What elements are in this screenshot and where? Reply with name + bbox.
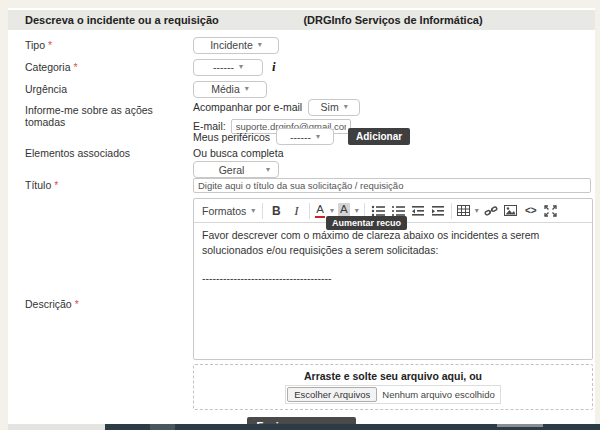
- add-button[interactable]: Adicionar: [348, 128, 410, 145]
- file-dropzone[interactable]: Arraste e solte seu arquivo aqui, ou Esc…: [193, 364, 593, 410]
- description-divider: -------------------------------------: [202, 271, 584, 286]
- row-descricao: Descrição* Formatos ▾ B I A: [8, 198, 595, 410]
- followup-select[interactable]: Sim ▾: [308, 99, 360, 116]
- titulo-label: Título*: [25, 179, 193, 191]
- row-titulo: Título*: [8, 174, 595, 196]
- chevron-down-icon: ▾: [239, 63, 243, 71]
- chevron-down-icon: ▾: [316, 133, 320, 141]
- required-asterisk: *: [48, 39, 52, 51]
- notify-label: Informe-me sobre as ações tomadas: [25, 104, 193, 128]
- full-search-label: Ou busca completa: [193, 147, 593, 159]
- required-asterisk: *: [54, 179, 58, 191]
- insert-link-button[interactable]: [481, 201, 501, 221]
- italic-button[interactable]: I: [286, 201, 306, 221]
- description-text: Favor descrever com o máximo de clareza …: [202, 228, 584, 258]
- decrease-indent-icon: [411, 205, 425, 217]
- bottom-bar-segment: [8, 424, 105, 430]
- chevron-down-icon: ▾: [330, 207, 334, 215]
- table-button[interactable]: ▾: [455, 201, 481, 221]
- row-associated-elements: Elementos associados Meus periféricos --…: [8, 132, 595, 174]
- tipo-selected-value: Incidente: [210, 39, 253, 51]
- file-input[interactable]: Escolher Arquivos Nenhum arquivo escolhi…: [285, 385, 501, 404]
- bottom-bar-segment: [0, 424, 8, 430]
- full-search-select[interactable]: Geral ▾: [193, 161, 279, 178]
- toolbar-separator: [262, 203, 263, 219]
- rich-text-editor: Formatos ▾ B I A ▾ A ▾: [193, 198, 593, 360]
- increase-indent-tooltip: Aumentar recuo: [326, 216, 407, 230]
- row-categoria: Categoria* ------ ▾ i: [8, 56, 595, 78]
- peripherals-select[interactable]: ------ ▾: [276, 128, 334, 145]
- form-header: Descreva o incidente ou a requisição (DR…: [8, 10, 595, 30]
- link-icon: [484, 205, 498, 217]
- followup-selected-value: Sim: [321, 101, 339, 113]
- chevron-down-icon: ▾: [251, 207, 255, 215]
- chevron-down-icon: ▾: [355, 207, 359, 215]
- categoria-selected-value: ------: [213, 61, 234, 73]
- categoria-label: Categoria*: [25, 61, 193, 73]
- image-icon: [504, 205, 517, 216]
- bold-button[interactable]: B: [266, 201, 286, 221]
- required-asterisk: *: [74, 61, 78, 73]
- source-code-button[interactable]: <>: [521, 201, 541, 221]
- full-search-selected-value: Geral: [202, 164, 261, 176]
- form-title: Descreva o incidente ou a requisição: [8, 14, 193, 26]
- required-asterisk: *: [75, 298, 79, 310]
- increase-indent-button[interactable]: [428, 201, 448, 221]
- info-icon[interactable]: i: [272, 59, 276, 75]
- descricao-label: Descrição*: [25, 298, 193, 310]
- no-file-label: Nenhum arquivo escolhido: [382, 389, 498, 400]
- increase-indent-icon: [431, 205, 445, 217]
- toolbar-separator: [309, 203, 310, 219]
- ticket-form-panel: Descreva o incidente ou a requisição (DR…: [8, 8, 595, 424]
- peripherals-selected-value: ------: [290, 131, 311, 143]
- bottom-bar: [0, 424, 600, 430]
- tipo-select[interactable]: Incidente ▾: [193, 37, 279, 54]
- bullet-list-icon: [371, 205, 385, 217]
- numbered-list-icon: [391, 205, 405, 217]
- insert-image-button[interactable]: [501, 201, 521, 221]
- chevron-down-icon: ▾: [344, 103, 348, 111]
- toolbar-separator: [451, 203, 452, 219]
- associated-label: Elementos associados: [25, 147, 193, 159]
- choose-files-button[interactable]: Escolher Arquivos: [287, 387, 377, 402]
- fullscreen-button[interactable]: [541, 201, 561, 221]
- table-icon: [457, 205, 470, 216]
- entity-title: (DRGInfo Serviços de Informática): [193, 14, 593, 26]
- fullscreen-icon: [544, 205, 557, 217]
- peripherals-label: Meus periféricos: [193, 131, 270, 143]
- urgencia-select[interactable]: Média ▾: [193, 81, 267, 98]
- bottom-bar-dark: [105, 424, 600, 430]
- decrease-indent-button[interactable]: [408, 201, 428, 221]
- chevron-down-icon: ▾: [245, 85, 249, 93]
- description-editor[interactable]: Favor descrever com o máximo de clareza …: [194, 223, 592, 359]
- bottom-bar-segment: [150, 424, 175, 430]
- tipo-label: Tipo*: [25, 39, 193, 51]
- format-select[interactable]: Formatos ▾: [198, 201, 259, 221]
- urgencia-label: Urgência: [25, 83, 193, 95]
- followup-label: Acompanhar por e-mail: [193, 101, 302, 113]
- urgencia-selected-value: Média: [211, 83, 240, 95]
- dropzone-label: Arraste e solte seu arquivo aqui, ou: [304, 370, 482, 382]
- row-urgencia: Urgência Média ▾: [8, 78, 595, 100]
- categoria-select[interactable]: ------ ▾: [193, 59, 263, 76]
- row-tipo: Tipo* Incidente ▾: [8, 34, 595, 56]
- chevron-down-icon: ▾: [258, 41, 262, 49]
- chevron-down-icon: ▾: [475, 207, 479, 215]
- chevron-down-icon: ▾: [266, 166, 270, 174]
- page: Descreva o incidente ou a requisição (DR…: [0, 0, 600, 430]
- title-input[interactable]: [193, 178, 591, 193]
- bottom-bar-segment: [497, 424, 543, 427]
